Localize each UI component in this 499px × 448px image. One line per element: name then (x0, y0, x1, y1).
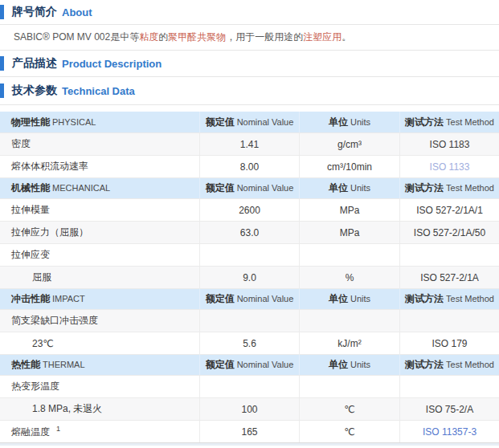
about-keyword: 粘度 (139, 31, 158, 44)
nominal-value-cell: 9.0 (199, 266, 299, 288)
property-group-label-zh: 冲击性能 (11, 293, 50, 304)
about-text-segment: 。 (342, 31, 351, 44)
table-section-header-row: 热性能THERMAL额定值Nominal Value单位Units测试方法Tes… (0, 354, 499, 375)
section-header-cell: 机械性能MECHANICAL (0, 177, 199, 198)
column-header-test-method: 测试方法Test Method (399, 177, 499, 198)
nominal-value-cell: 1.41 (199, 132, 299, 155)
property-name-cell: 熔体体积流动速率 (0, 155, 199, 177)
property-group-label-zh: 热性能 (11, 359, 40, 370)
property-name: 拉伸应变 (11, 249, 50, 260)
section-header-cell: 热性能THERMAL (0, 354, 199, 375)
units-cell (299, 309, 399, 332)
table-row: 热变形温度 (0, 375, 499, 397)
nominal-value-cell: 8.00 (199, 155, 299, 177)
test-method-value: ISO 527-2/1A/1 (399, 198, 499, 221)
about-keyword: 聚甲醛共聚物 (168, 31, 226, 44)
section-title-en: About (62, 6, 92, 18)
test-method-value (399, 375, 499, 397)
units-cell (299, 375, 399, 397)
property-name: 热变形温度 (11, 381, 59, 392)
table-row: 密度1.41g/cm³ISO 1183 (0, 132, 499, 155)
about-text-segment: SABIC® POM MV 002是中等 (14, 31, 139, 44)
property-name-cell: 1.8 MPa, 未退火 (0, 397, 199, 420)
table-section-header-row: 冲击性能IMPACT额定值Nominal Value单位Units测试方法Tes… (0, 288, 499, 309)
section-header-cell: 物理性能PHYSICAL (0, 112, 199, 132)
spacer (0, 105, 499, 112)
test-method-value (399, 243, 499, 266)
table-row: 拉伸应变 (0, 243, 499, 266)
column-header-nominal-value: 额定值Nominal Value (199, 177, 299, 198)
property-name-cell: 密度 (0, 132, 199, 155)
about-keyword: 注塑应用 (303, 31, 342, 44)
column-header-test-method: 测试方法Test Method (399, 288, 499, 309)
table-row: 23℃5.6kJ/m²ISO 179 (0, 332, 499, 354)
section-title-en: Product Description (62, 58, 162, 70)
column-header-nominal-value: 额定值Nominal Value (199, 288, 299, 309)
property-group-label-en: IMPACT (52, 294, 85, 303)
footnote-marker: 1 (56, 425, 60, 433)
property-name: 1.8 MPa, 未退火 (32, 403, 102, 414)
column-header-nominal-value: 额定值Nominal Value (199, 112, 299, 132)
technical-data-table: 物理性能PHYSICAL额定值Nominal Value单位Units测试方法T… (0, 112, 499, 442)
section-accent-bar (0, 83, 4, 98)
section-title-zh: 技术参数 (12, 83, 57, 98)
table-row: 拉伸模量2600MPaISO 527-2/1A/1 (0, 198, 499, 221)
property-name-cell: 简支梁缺口冲击强度 (0, 309, 199, 332)
nominal-value-cell: 2600 (199, 198, 299, 221)
property-name: 熔体体积流动速率 (11, 161, 88, 172)
nominal-value-cell (199, 309, 299, 332)
nominal-value-cell: 100 (199, 397, 299, 420)
section-header-cell: 冲击性能IMPACT (0, 288, 199, 309)
property-name: 23℃ (32, 338, 54, 349)
units-cell: cm³/10min (299, 155, 399, 177)
units-cell: ℃ (299, 397, 399, 420)
units-cell: g/cm³ (299, 132, 399, 155)
property-name: 密度 (11, 138, 31, 149)
table-section-header-row: 物理性能PHYSICAL额定值Nominal Value单位Units测试方法T… (0, 112, 499, 132)
about-text-segment: ，用于一般用途的 (226, 31, 303, 44)
nominal-value-cell (199, 375, 299, 397)
next-section-cutoff (0, 442, 499, 446)
property-name-cell: 拉伸应力（屈服） (0, 221, 199, 243)
section-accent-bar (0, 5, 4, 19)
technical-data-table-body: 物理性能PHYSICAL额定值Nominal Value单位Units测试方法T… (0, 112, 499, 442)
section-title-product-description: 产品描述 Product Description (0, 51, 499, 77)
section-title-zh: 牌号简介 (12, 5, 57, 19)
test-method-value (399, 309, 499, 332)
test-method-link[interactable]: ISO 11357-3 (399, 420, 499, 442)
column-header-test-method: 测试方法Test Method (399, 112, 499, 132)
table-row: 熔融温度1165℃ISO 11357-3 (0, 420, 499, 442)
section-title-en: Technical Data (62, 85, 135, 97)
test-method-value: ISO 179 (399, 332, 499, 354)
column-header-units: 单位Units (299, 354, 399, 375)
section-title-about: 牌号简介 About (0, 0, 499, 25)
property-name-cell: 拉伸模量 (0, 198, 199, 221)
table-section-header-row: 机械性能MECHANICAL额定值Nominal Value单位Units测试方… (0, 177, 499, 198)
property-name: 熔融温度 (11, 426, 50, 438)
property-group-label-zh: 机械性能 (11, 182, 50, 193)
column-header-units: 单位Units (299, 177, 399, 198)
units-cell: ℃ (299, 420, 399, 442)
column-header-units: 单位Units (299, 288, 399, 309)
test-method-link[interactable]: ISO 1133 (399, 155, 499, 177)
about-text-segment: 的 (158, 31, 168, 44)
column-header-units: 单位Units (299, 112, 399, 132)
property-group-label-zh: 物理性能 (11, 116, 50, 128)
units-cell: kJ/m² (299, 332, 399, 354)
test-method-value: ISO 75-2/A (399, 397, 499, 420)
nominal-value-cell: 5.6 (199, 332, 299, 354)
units-cell: MPa (299, 221, 399, 243)
property-name-cell: 23℃ (0, 332, 199, 354)
test-method-value: ISO 1183 (399, 132, 499, 155)
table-row: 拉伸应力（屈服）63.0MPaISO 527-2/1A/50 (0, 221, 499, 243)
property-name-cell: 热变形温度 (0, 375, 199, 397)
units-cell (299, 243, 399, 266)
property-name: 拉伸模量 (11, 204, 50, 215)
property-group-label-en: PHYSICAL (52, 117, 96, 127)
test-method-value: ISO 527-2/1A (399, 266, 499, 288)
table-row: 1.8 MPa, 未退火100℃ISO 75-2/A (0, 397, 499, 420)
test-method-value: ISO 527-2/1A/50 (399, 221, 499, 243)
about-description: SABIC® POM MV 002是中等粘度的聚甲醛共聚物，用于一般用途的注塑应… (0, 25, 499, 51)
nominal-value-cell: 165 (199, 420, 299, 442)
section-title-zh: 产品描述 (12, 56, 57, 71)
